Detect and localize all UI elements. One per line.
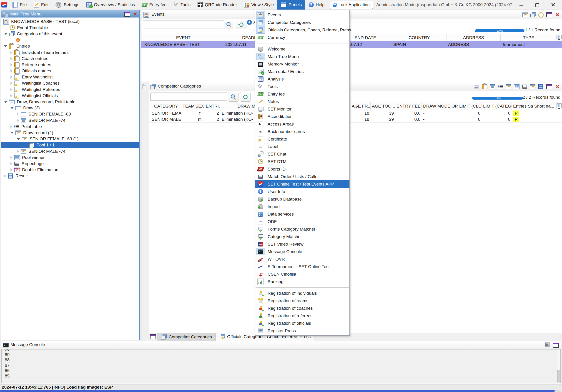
- panels-menu-item-register-press[interactable]: Register Press: [255, 327, 350, 334]
- panels-menu-item-accreditation[interactable]: Accreditation: [255, 113, 350, 120]
- panels-menu-item-csen-cinofilia[interactable]: CSEN Cinofilia: [255, 270, 350, 278]
- panels-menu-item-user-info[interactable]: User Info: [255, 188, 350, 195]
- panels-menu-item-wt-ovr[interactable]: WT OVR: [255, 255, 350, 263]
- window-icon[interactable]: [553, 343, 559, 348]
- panels-menu-item-notes[interactable]: Notes: [255, 98, 350, 105]
- column-header-sex[interactable]: SEX: [195, 102, 204, 110]
- tree-item-knowledge-base-test-local[interactable]: KNOWLEDGE BASE - TEST (local): [1, 18, 139, 24]
- tree-item-category-dot[interactable]: [1, 37, 139, 43]
- expand-arrow-icon[interactable]: [11, 94, 12, 97]
- collapse-arrow-icon[interactable]: [4, 45, 7, 47]
- window-icon[interactable]: [546, 84, 552, 89]
- panels-menu-item-currency[interactable]: Currency: [255, 34, 350, 41]
- tab-competitor-categories[interactable]: Competitor Categories: [157, 333, 216, 341]
- tree-item-entries[interactable]: Entries: [1, 43, 139, 49]
- expand-arrow-icon[interactable]: [11, 125, 12, 128]
- tree-item-draw-2[interactable]: Draw (2): [1, 105, 139, 111]
- panels-menu-item-registration-of-coaches[interactable]: Registration of coaches: [255, 304, 350, 312]
- events-search-button[interactable]: [224, 20, 234, 29]
- expand-arrow-icon[interactable]: [11, 156, 12, 159]
- expand-arrow-icon[interactable]: [11, 63, 12, 66]
- panels-menu-item-registration-of-individuals[interactable]: Registration of individuals: [255, 289, 350, 297]
- panels-menu-item-competitor-categories[interactable]: Competitor Categories: [255, 19, 350, 26]
- events-search-input[interactable]: [143, 20, 224, 28]
- horizontal-scrollbar[interactable]: [0, 390, 562, 392]
- close-button[interactable]: [550, 2, 556, 8]
- list-123-icon[interactable]: [498, 84, 503, 89]
- tree-item-draw-record-2[interactable]: Draw record (2): [1, 130, 139, 136]
- panels-menu-item-events[interactable]: Events: [255, 11, 350, 19]
- clock-icon[interactable]: [538, 12, 544, 18]
- tree-item-pool-winner[interactable]: Pool winner: [1, 154, 139, 161]
- panels-menu-item-message-console[interactable]: Message Console: [255, 248, 350, 255]
- tree-item-entry-waitinglist[interactable]: Entry Waitinglist: [1, 74, 139, 80]
- list-minus-icon[interactable]: [490, 84, 495, 89]
- column-header-draw_mode_op[interactable]: DRAW MODE OP...: [422, 102, 458, 110]
- horizontal-scrollbar-thumb[interactable]: [0, 390, 555, 392]
- maximize-button[interactable]: [534, 2, 540, 8]
- book-icon[interactable]: [538, 84, 543, 89]
- panels-menu-item-label[interactable]: Label: [255, 143, 350, 150]
- panels-menu-item-sports-id[interactable]: Sports ID: [255, 165, 350, 173]
- events-filter-radio[interactable]: [247, 20, 252, 25]
- window-icon[interactable]: [150, 334, 156, 339]
- tree-item-senior-male-74[interactable]: SENIOR MALE -74: [1, 148, 139, 154]
- column-header-address[interactable]: ADDRESS: [447, 34, 501, 41]
- tree-item-coach-entries[interactable]: Coach entries: [1, 56, 139, 62]
- panels-menu-item-memory-monitor[interactable]: Memory Monitor: [255, 60, 350, 68]
- expand-arrow-icon[interactable]: [11, 168, 12, 171]
- close-icon[interactable]: [132, 11, 138, 17]
- expand-arrow-icon[interactable]: [11, 82, 12, 85]
- column-config-icon[interactable]: [557, 35, 562, 39]
- panels-menu-item-set-chat[interactable]: SET Chat: [255, 150, 350, 158]
- trash-icon[interactable]: [545, 343, 550, 347]
- panels-menu-item-main-data-entries[interactable]: Main data / Entries: [255, 68, 350, 75]
- console-scrollbar-thumb[interactable]: [557, 370, 560, 382]
- expand-arrow-icon[interactable]: [11, 57, 12, 60]
- panels-menu-item-officials-categories-coach-referee-press[interactable]: Officials Categories, Coach, Referee, Pr…: [255, 26, 350, 34]
- expand-arrow-icon[interactable]: [11, 162, 12, 165]
- menubar-item-overviews-statistics[interactable]: Overviews / Statistics: [82, 0, 138, 10]
- panels-menu-item-entry-fee[interactable]: Entry fee: [255, 90, 350, 98]
- panels-menu-item-registration-of-officials[interactable]: Registration of officials: [255, 320, 350, 327]
- panels-menu-item-main-tree-menu[interactable]: Main Tree Menu: [255, 53, 350, 60]
- console-scrollbar[interactable]: [557, 349, 560, 383]
- column-header-type[interactable]: TYPE: [501, 34, 557, 41]
- tree-item-result[interactable]: Result: [1, 173, 139, 179]
- expand-arrow-icon[interactable]: [11, 51, 12, 54]
- panels-menu-item-access-areas[interactable]: Access Areas: [255, 120, 350, 128]
- column-header-category[interactable]: CATEGORY: [150, 102, 182, 110]
- column-header-age_to[interactable]: AGE TOO ...: [371, 102, 395, 110]
- tree-item-senior-female-63-1[interactable]: SENIOR FEMALE -63 (1): [1, 136, 139, 142]
- collapse-arrow-icon[interactable]: [11, 107, 14, 109]
- panels-menu-item-back-number-cards[interactable]: Back number cards: [255, 128, 350, 135]
- tree-item-senior-male-74[interactable]: SENIOR MALE -74: [1, 117, 139, 123]
- competitor-search-button[interactable]: [228, 92, 238, 102]
- menubar-item-view-style[interactable]: View / Style: [240, 0, 277, 10]
- tree-item-pool-1-1[interactable]: Pool 1 / 1: [1, 142, 139, 148]
- window-icon[interactable]: [546, 12, 552, 17]
- close-icon[interactable]: [554, 84, 560, 90]
- lock-application-button[interactable]: Lock Application: [330, 1, 373, 9]
- list-gray-icon[interactable]: [522, 84, 527, 89]
- panels-menu-item-registration-of-referees[interactable]: Registration of referees: [255, 312, 350, 320]
- menubar-item-edit[interactable]: Edit: [30, 0, 52, 10]
- menubar-item-settings[interactable]: Settings: [52, 0, 82, 10]
- tree-item-categories-of-this-event[interactable]: Categories of this event: [1, 31, 139, 37]
- panels-menu-item-welcome[interactable]: Welcome: [255, 45, 350, 53]
- column-header-limit_club[interactable]: LIMIT (CLU...: [458, 102, 482, 110]
- tree-item-draw-draw-record-point-table[interactable]: Draw, Draw record, Point table...: [1, 99, 139, 105]
- panels-menu-item-match-order-lists-caller[interactable]: Match Order / Lists / Caller: [255, 173, 350, 180]
- menubar-item-panels[interactable]: Panels: [277, 0, 305, 10]
- column-header-entries[interactable]: ENTRI...: [204, 102, 220, 110]
- column-header-team[interactable]: TEAM: [182, 102, 195, 110]
- tree-item-referee-entries[interactable]: Referee entries: [1, 62, 139, 68]
- panels-menu-item-certificate[interactable]: Certificate: [255, 135, 350, 143]
- expand-arrow-icon[interactable]: [17, 113, 19, 116]
- expand-arrow-icon[interactable]: [11, 88, 12, 91]
- collapse-arrow-icon[interactable]: [4, 101, 7, 103]
- tree-item-senior-female-63[interactable]: SENIOR FEMALE -63: [1, 111, 139, 117]
- panels-menu-item-registration-of-teams[interactable]: Registration of teams: [255, 297, 350, 304]
- panels-menu-item-tools[interactable]: Tools: [255, 83, 350, 90]
- tree-item-repechage[interactable]: Repechage: [1, 161, 139, 167]
